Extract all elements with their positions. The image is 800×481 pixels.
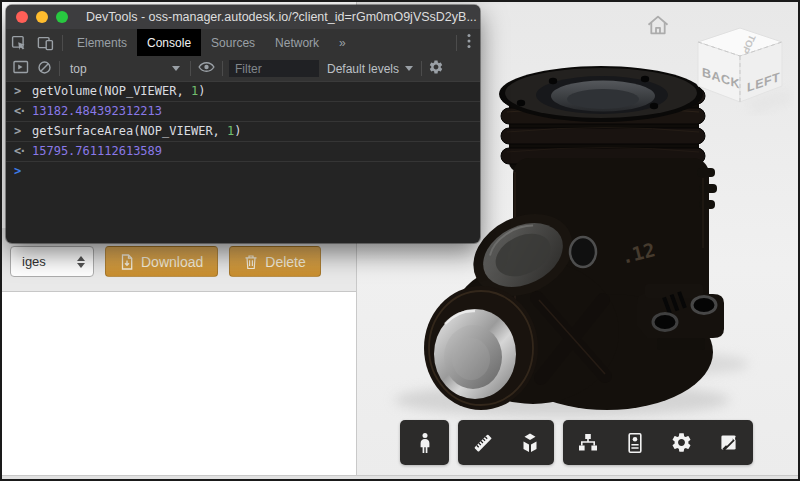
result-value: 15795.761112613589 — [32, 144, 162, 158]
devtools-titlebar[interactable]: DevTools - oss-manager.autodesk.io/?clie… — [6, 5, 480, 29]
measure-button[interactable] — [459, 420, 506, 465]
settings-tool-group — [563, 420, 753, 465]
properties-panel-icon — [623, 431, 647, 455]
download-button-label: Download — [141, 254, 203, 270]
delete-button[interactable]: Delete — [229, 246, 320, 277]
console-log[interactable]: > getVolume(NOP_VIEWER, 1) <· 13182.4843… — [6, 82, 480, 181]
viewcube[interactable]: BACK LEFT TOP — [694, 24, 794, 116]
download-file-icon — [120, 254, 134, 270]
fullscreen-button[interactable] — [705, 420, 752, 465]
home-icon[interactable] — [645, 13, 671, 37]
chevron-down-icon — [405, 66, 413, 71]
console-command-row: > getSurfaceArea(NOP_VIEWER, 1) — [6, 122, 480, 142]
settings-button[interactable] — [658, 420, 705, 465]
viewer-toolbar — [400, 420, 753, 465]
console-filter-input[interactable] — [229, 60, 319, 77]
device-toolbar-icon[interactable] — [32, 29, 58, 56]
console-command-row: > getVolume(NOP_VIEWER, 1) — [6, 82, 480, 102]
navigation-tool-group — [400, 420, 449, 465]
hierarchy-icon — [576, 431, 600, 455]
window-title: DevTools - oss-manager.autodesk.io/?clie… — [86, 10, 477, 24]
devtools-window: DevTools - oss-manager.autodesk.io/?clie… — [6, 5, 480, 243]
more-tabs-chevron[interactable]: » — [329, 29, 356, 56]
explode-cube-icon — [518, 431, 542, 455]
ruler-icon — [471, 431, 495, 455]
console-toolbar: top Default levels — [6, 56, 480, 82]
first-person-icon — [413, 431, 437, 455]
prompt-chevron: > — [14, 164, 32, 178]
clear-console-icon[interactable] — [36, 59, 53, 79]
console-result-row: <· 13182.484392312213 — [6, 102, 480, 122]
console-prompt-row[interactable]: > — [6, 162, 480, 181]
result-arrow: <· — [14, 144, 32, 158]
properties-button[interactable] — [611, 420, 658, 465]
format-select-value: iges — [22, 254, 77, 269]
console-result-row: <· 15795.761112613589 — [6, 142, 480, 162]
app-window: iges Download — [2, 2, 798, 479]
format-select[interactable]: iges — [10, 246, 94, 277]
inspect-element-icon[interactable] — [6, 29, 32, 56]
console-settings-gear-icon[interactable] — [428, 59, 444, 78]
select-stepper-icon — [77, 256, 85, 268]
download-button[interactable]: Download — [105, 246, 218, 277]
tab-sources[interactable]: Sources — [201, 29, 265, 56]
devtools-menu-icon[interactable] — [467, 33, 471, 52]
model-tool-group — [458, 420, 554, 465]
chevron-down-icon — [172, 66, 180, 71]
model-browser-button[interactable] — [564, 420, 611, 465]
bottom-strip — [2, 475, 798, 479]
tab-console[interactable]: Console — [137, 29, 201, 56]
command-text: getVolume(NOP_VIEWER, 1) — [32, 84, 205, 98]
result-value: 13182.484392312213 — [32, 104, 162, 118]
log-levels-value: Default levels — [327, 62, 399, 76]
delete-button-label: Delete — [265, 254, 305, 270]
explode-button[interactable] — [506, 420, 553, 465]
tab-network[interactable]: Network — [265, 29, 329, 56]
command-chevron: > — [14, 84, 32, 98]
command-text: getSurfaceArea(NOP_VIEWER, 1) — [32, 124, 242, 138]
tab-elements[interactable]: Elements — [67, 29, 137, 56]
trash-icon — [244, 254, 258, 270]
devtools-tabbar: Elements Console Sources Network » — [6, 29, 480, 56]
minimize-window-button[interactable] — [36, 11, 48, 23]
console-sidebar-icon[interactable] — [12, 58, 30, 79]
command-chevron: > — [14, 124, 32, 138]
result-arrow: <· — [14, 104, 32, 118]
gear-icon — [670, 431, 693, 454]
live-expression-eye-icon[interactable] — [197, 58, 216, 79]
fullscreen-icon — [717, 431, 740, 454]
execution-context-select[interactable]: top — [66, 62, 184, 76]
first-person-button[interactable] — [401, 420, 448, 465]
log-levels-select[interactable]: Default levels — [325, 62, 415, 76]
execution-context-value: top — [70, 62, 166, 76]
close-window-button[interactable] — [16, 11, 28, 23]
zoom-window-button[interactable] — [56, 11, 68, 23]
